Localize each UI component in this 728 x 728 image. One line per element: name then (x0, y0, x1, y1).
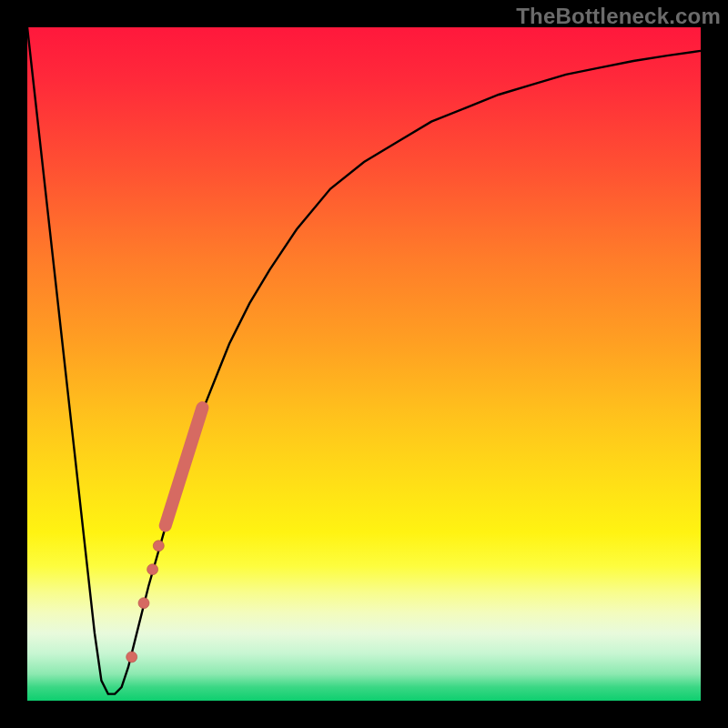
marker-dot (126, 652, 137, 662)
marker-bar (166, 408, 203, 525)
marker-dot (153, 541, 164, 551)
bottleneck-curve (27, 27, 701, 694)
chart-svg (0, 0, 728, 728)
chart-container: TheBottleneck.com (0, 0, 728, 728)
marker-group (126, 408, 203, 662)
marker-dot (138, 598, 149, 609)
marker-dot (147, 564, 158, 575)
